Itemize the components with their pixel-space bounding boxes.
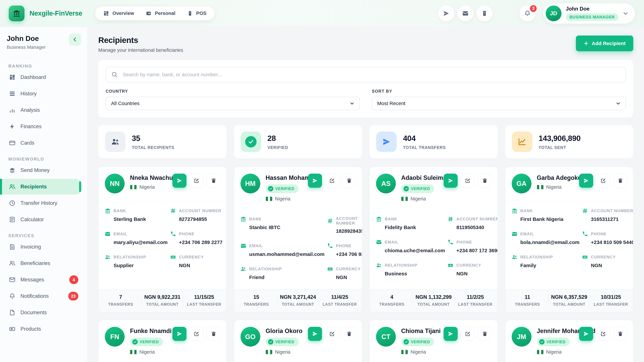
stat-verified: 28 VERIFIED — [234, 125, 362, 158]
field-label: CURRENCY — [456, 263, 481, 268]
field-relationship: RELATIONSHIP Business — [376, 263, 445, 277]
phone-icon — [582, 231, 588, 237]
check-icon — [268, 339, 273, 345]
edit-button[interactable] — [596, 174, 610, 188]
sidebar-item-beneficiaries[interactable]: Beneficiaries — [7, 255, 82, 271]
card-details: BANK Sterling Bank ACCOUNT NUMBER 827279… — [98, 201, 226, 277]
edit-button[interactable] — [461, 327, 475, 341]
verified-badge: VERIFIED — [537, 338, 570, 346]
tab-pos[interactable]: POS — [187, 10, 206, 16]
page-title: Recipients — [98, 35, 183, 45]
delete-button[interactable] — [206, 327, 221, 341]
delete-button[interactable] — [206, 174, 221, 188]
recipient-name: Chioma Tijani — [401, 328, 438, 335]
country-label: Nigeria — [275, 196, 290, 202]
country-label: Nigeria — [546, 349, 562, 355]
sidebar-item-invoicing[interactable]: Invoicing — [7, 239, 82, 255]
recipient-country: Nigeria — [130, 184, 167, 190]
delete-button[interactable] — [478, 174, 492, 188]
send-money-button[interactable] — [308, 174, 322, 188]
sidebar-item-label: Documents — [20, 310, 47, 316]
delete-button[interactable] — [342, 174, 356, 188]
edit-button[interactable] — [190, 327, 204, 341]
country-label: Nigeria — [139, 184, 155, 190]
add-recipient-button[interactable]: Add Recipient — [576, 35, 633, 51]
country-select[interactable]: All Countries — [106, 97, 360, 110]
field-bank: BANK Sterling Bank — [105, 208, 168, 222]
sidebar-item-cards[interactable]: Cards — [7, 135, 82, 151]
stat-label: TOTAL AMOUNT — [549, 302, 589, 307]
card-actions — [172, 174, 221, 193]
sidebar-item-products[interactable]: Products — [7, 321, 82, 337]
mobile-quick-button[interactable] — [476, 5, 492, 21]
sidebar-item-analysis[interactable]: Analysis — [7, 102, 82, 118]
user-menu[interactable]: JD John Doe BUSINESS MANAGER — [543, 3, 635, 24]
relationship-icon — [376, 263, 382, 268]
field-label: ACCOUNT NUMBER — [336, 216, 362, 226]
chevron-down-icon — [350, 101, 354, 106]
send-money-button[interactable] — [172, 327, 186, 341]
sidebar-item-calculator[interactable]: Calculator — [7, 212, 82, 227]
search-input[interactable] — [106, 67, 626, 82]
card-actions — [172, 327, 221, 355]
edit-button[interactable] — [461, 174, 475, 188]
field-label: RELATIONSHIP — [520, 255, 553, 259]
email-value: mary.aliyu@email.com — [114, 240, 168, 245]
send-money-button[interactable] — [444, 174, 458, 188]
field-email: EMAIL mary.aliyu@email.com — [105, 231, 168, 245]
tab-overview[interactable]: Overview — [103, 10, 134, 16]
sidebar-item-history[interactable]: History — [7, 86, 82, 102]
send-money-button[interactable] — [579, 327, 593, 341]
send-money-button[interactable] — [172, 174, 186, 188]
send-quick-button[interactable] — [438, 5, 454, 21]
sidebar-item-notifications[interactable]: Notifications 23 — [7, 288, 82, 304]
stat-value: 10/31/25 — [591, 294, 631, 300]
sort-select[interactable]: Most Recent — [372, 97, 626, 110]
phone-icon — [170, 231, 176, 237]
total-sent-stat-icon — [512, 132, 532, 152]
nigeria-flag-icon — [130, 185, 137, 189]
sidebar-collapse-button[interactable] — [69, 33, 81, 45]
edit-button[interactable] — [325, 174, 339, 188]
phone-value: +234 810 509 5440 — [591, 240, 633, 245]
nigeria-flag-icon — [130, 350, 137, 354]
stat-label: TOTAL RECIPIENTS — [132, 145, 174, 150]
last-transfer-stat: 11/2/25 LAST TRANSFER — [454, 294, 496, 307]
sidebar-item-recipients[interactable]: Recipients — [0, 179, 83, 195]
edit-button[interactable] — [596, 327, 610, 341]
avatar: GA — [512, 174, 532, 193]
mail-quick-button[interactable] — [457, 5, 474, 21]
send-money-button[interactable] — [444, 327, 458, 341]
email-icon — [105, 231, 110, 237]
currency-icon — [582, 254, 588, 260]
chevron-down-icon — [623, 10, 628, 16]
delete-button[interactable] — [613, 174, 628, 188]
field-account: ACCOUNT NUMBER 8272794855 — [170, 208, 222, 222]
delete-button[interactable] — [342, 327, 356, 341]
sidebar-item-transfer-history[interactable]: Transfer History — [7, 195, 82, 211]
chevron-down-icon — [616, 101, 620, 106]
stat-label: TRANSFERS — [236, 302, 276, 307]
notifications-button[interactable]: 3 — [520, 5, 536, 21]
nigeria-flag-icon — [266, 197, 272, 201]
send-money-button[interactable] — [579, 174, 593, 188]
sidebar-item-messages[interactable]: Messages 4 — [7, 272, 82, 288]
send-money-button[interactable] — [308, 327, 322, 341]
sidebar-item-finances[interactable]: Finances — [7, 119, 82, 134]
edit-button[interactable] — [190, 174, 204, 188]
stat-label: LAST TRANSFER — [456, 302, 495, 307]
edit-button[interactable] — [325, 327, 339, 341]
delete-button[interactable] — [613, 327, 628, 341]
sidebar-item-label: Calculator — [20, 217, 44, 223]
tab-personal[interactable]: Personal — [146, 10, 176, 16]
sidebar-item-dashboard[interactable]: Dashboard — [7, 69, 82, 85]
delete-button[interactable] — [478, 327, 492, 341]
sidebar-item-documents[interactable]: Documents — [7, 305, 82, 321]
field-account: ACCOUNT NUMBER 8119505340 — [448, 216, 498, 230]
transfers-stat-icon — [376, 132, 397, 152]
sidebar-item-send-money[interactable]: Send Money — [7, 162, 82, 178]
bank-value: Fidelity Bank — [385, 225, 445, 230]
recipient-card: GA Garba Adegoke Nigeria BANK — [505, 167, 634, 313]
recipient-info: Adaobi Suleiman VERIFIED Nigeria — [401, 174, 438, 202]
nigeria-flag-icon — [537, 185, 544, 189]
